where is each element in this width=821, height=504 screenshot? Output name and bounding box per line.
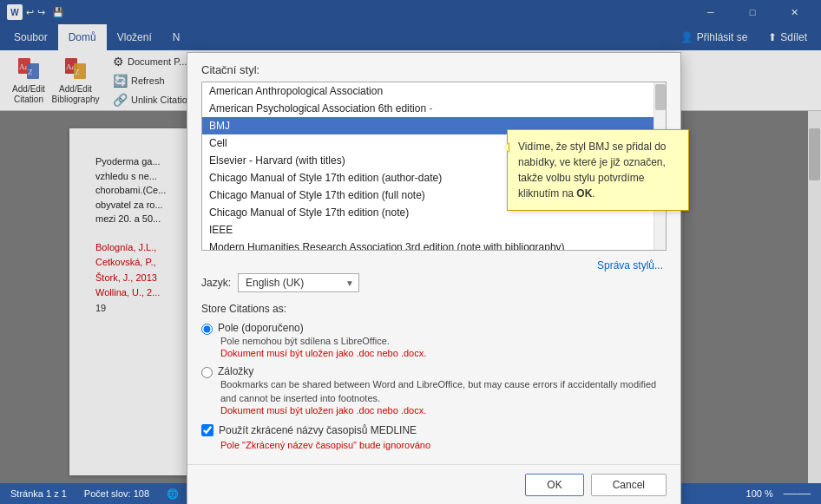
style-apa[interactable]: American Psychological Association 6th e… [202,100,666,117]
radio-bookmarks-label: Záložky [218,365,253,377]
radio-bookmarks-desc2: Dokument musí být uložen jako .doc nebo … [220,405,667,416]
radio-bookmarks-desc1: Bookmarks can be shared between Word and… [220,378,667,405]
medline-checkbox-row: Použít zkrácené názvy časopisů MEDLINE [201,424,667,436]
language-label: Jazyk: [201,277,231,289]
cancel-button[interactable]: Cancel [591,474,667,496]
style-mhra[interactable]: Modern Humanities Research Association 3… [202,239,666,251]
radio-fields-input[interactable] [201,324,213,335]
radio-bookmarks-input[interactable] [201,367,213,378]
tooltip-bold-text: OK [576,187,592,200]
medline-checkbox-label: Použít zkrácené názvy časopisů MEDLINE [219,424,417,436]
radio-fields-label: Pole (doporučeno) [218,322,304,334]
language-indicator: 🌐 [167,488,179,500]
dialog-title: Citační styl: [201,63,667,76]
style-ieee[interactable]: IEEE [202,221,666,239]
language-select[interactable]: English (UK) [238,273,359,292]
ok-button[interactable]: OK [525,474,583,496]
medline-checkbox-note: Pole "Zkrácený název časopisu" bude igno… [220,440,667,450]
zoom-level: 100 % [746,488,773,499]
style-ama[interactable]: American Anthropological Association [202,82,666,100]
page-info: Stránka 1 z 1 [10,488,67,499]
citation-style-dialog: Citační styl: American Anthropological A… [187,52,681,504]
radio-bookmarks-option[interactable]: Záložky Bookmarks can be shared between … [201,365,667,416]
bmj-tooltip: Vidíme, že styl BMJ se přidal do nabídky… [507,129,689,211]
store-citations-title: Store Citations as: [201,303,667,315]
radio-fields-desc2: Dokument musí být uložen jako .doc nebo … [220,348,667,358]
manage-styles-link[interactable]: Správa stylů... [201,258,667,273]
citation-scroll-thumb[interactable] [655,84,666,110]
status-right: 100 % ──── [746,488,811,499]
radio-fields-desc1: Pole nemohou být sdílena s LibreOffice. [220,335,667,348]
medline-checkbox[interactable] [201,424,213,436]
dialog-body: Citační styl: American Anthropological A… [187,53,680,464]
zoom-slider[interactable]: ──── [784,488,811,499]
language-row: Jazyk: English (UK) ▼ [201,273,667,292]
radio-fields-option[interactable]: Pole (doporučeno) Pole nemohou být sdíle… [201,322,667,358]
language-select-wrapper: English (UK) ▼ [238,273,359,292]
word-count: Počet slov: 108 [84,488,149,499]
dialog-footer: OK Cancel [187,464,680,504]
